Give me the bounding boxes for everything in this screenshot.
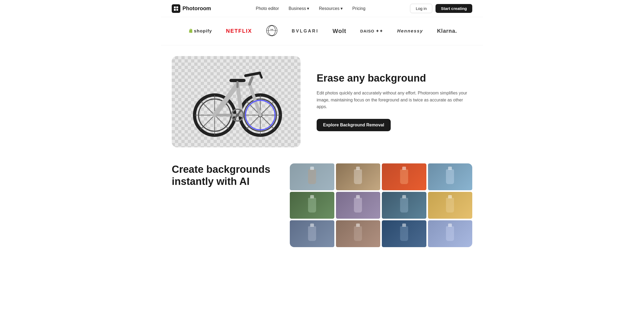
grid-cell-6 xyxy=(336,192,380,219)
grid-cell-8 xyxy=(428,192,473,219)
svg-rect-2 xyxy=(174,9,176,11)
svg-line-39 xyxy=(246,73,260,76)
feature1-text: Erase any background Edit photos quickly… xyxy=(317,72,472,131)
login-button[interactable]: Log in xyxy=(410,4,432,13)
brand-daiso: DAISO ✦✦ xyxy=(360,29,383,34)
svg-line-38 xyxy=(250,78,252,84)
svg-line-40 xyxy=(260,73,262,78)
nav-business[interactable]: Business ▾ xyxy=(289,6,309,11)
svg-line-29 xyxy=(246,115,260,129)
header: Photoroom Photo editor Business ▾ Resour… xyxy=(161,0,483,17)
brand-hennessy: Hennessy xyxy=(397,28,423,34)
grid-cell-4 xyxy=(428,163,473,190)
svg-line-35 xyxy=(250,84,260,115)
chevron-down-icon: ▾ xyxy=(341,6,343,11)
logo[interactable]: Photoroom xyxy=(172,4,211,13)
svg-line-27 xyxy=(260,115,275,129)
brand-shopify: shopify xyxy=(187,28,212,34)
feature1-desc: Edit photos quickly and accurately witho… xyxy=(317,90,472,110)
nav-resources[interactable]: Resources ▾ xyxy=(319,6,342,11)
svg-line-16 xyxy=(215,115,229,129)
brand-netflix: NETFLIX xyxy=(226,28,252,34)
logo-icon xyxy=(172,4,180,13)
grid-cell-1 xyxy=(290,163,334,190)
svg-line-15 xyxy=(200,101,215,115)
main-content: Erase any background Edit photos quickly… xyxy=(161,45,483,247)
grid-cell-5 xyxy=(290,192,334,219)
logo-text: Photoroom xyxy=(182,5,211,12)
start-creating-button[interactable]: Start creating xyxy=(436,4,472,13)
explore-bg-removal-button[interactable]: Explore Background Removal xyxy=(317,119,391,131)
grid-cell-9 xyxy=(290,220,334,247)
svg-rect-1 xyxy=(176,6,178,8)
grid-cell-10 xyxy=(336,220,380,247)
feature1-title: Erase any background xyxy=(317,72,472,85)
brand-wolt: Wolt xyxy=(332,28,346,35)
brands-row: shopify NETFLIX WB BVLGARI Wolt DAISO ✦✦… xyxy=(161,17,483,45)
header-actions: Log in Start creating xyxy=(410,4,472,13)
svg-line-28 xyxy=(260,101,275,115)
grid-cell-7 xyxy=(382,192,426,219)
product-image-grid xyxy=(290,163,472,247)
svg-rect-0 xyxy=(174,6,176,8)
svg-point-3 xyxy=(176,9,178,11)
grid-cell-3 xyxy=(382,163,426,190)
bg-removal-image xyxy=(172,56,301,147)
grid-cell-2 xyxy=(336,163,380,190)
svg-line-18 xyxy=(200,115,215,129)
brand-bvlgari: BVLGARI xyxy=(292,29,319,34)
checker-background xyxy=(172,56,301,147)
feature-ai-backgrounds: Create backgrounds instantly with AI xyxy=(172,163,472,247)
brand-klarna: Klarna. xyxy=(437,28,457,34)
bike-svg xyxy=(188,63,284,141)
nav-photo-editor[interactable]: Photo editor xyxy=(256,6,279,11)
feature-bg-removal: Erase any background Edit photos quickly… xyxy=(172,56,472,147)
nav: Photo editor Business ▾ Resources ▾ Pric… xyxy=(256,6,365,11)
chevron-down-icon: ▾ xyxy=(307,6,309,11)
brand-warnerbros: WB xyxy=(266,25,278,38)
feature2-title: Create backgrounds instantly with AI xyxy=(172,163,274,188)
grid-cell-11 xyxy=(382,220,426,247)
grid-cell-12 xyxy=(428,220,473,247)
nav-pricing[interactable]: Pricing xyxy=(352,6,365,11)
feature2-text: Create backgrounds instantly with AI xyxy=(172,163,274,188)
svg-text:WB: WB xyxy=(270,29,273,30)
